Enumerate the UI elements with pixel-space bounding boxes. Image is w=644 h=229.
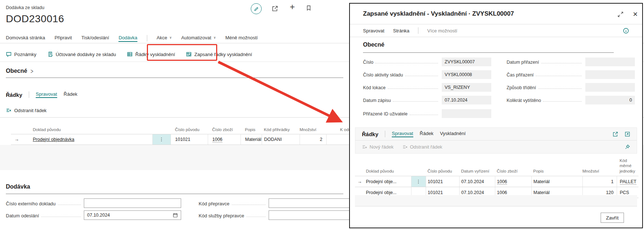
current-row-arrow: → [11, 134, 23, 145]
cell-mnozstvi[interactable]: 1 [582, 176, 617, 187]
expand-part-icon[interactable] [625, 131, 630, 137]
tab-tisk-odeslani[interactable]: Tisk/odeslání [81, 35, 109, 42]
dialog-menu-spravovat[interactable]: Spravovat [363, 28, 385, 33]
caption-divider [385, 131, 385, 137]
tab-dodavka[interactable]: Dodávka [118, 35, 137, 42]
close-button[interactable]: Zavřít [601, 213, 624, 223]
section-underline [6, 194, 343, 194]
dialog-command-bar: Spravovat Stránka Více možností [350, 24, 642, 37]
cell-cislo-zbozi[interactable]: 1006 [495, 176, 531, 187]
col-popis[interactable]: Popis [241, 123, 262, 134]
tab-domovska-stranka[interactable]: Domovská stránka [6, 35, 45, 42]
dialog-lines-caption-row: Řádky Spravovat Řádek Vyskladnění [355, 127, 637, 141]
lokace-field[interactable]: VS_RIZENY [442, 83, 491, 92]
tab-spravovat[interactable]: Spravovat [36, 91, 57, 98]
shipping-agent-label-row: Kód přepravce [199, 198, 268, 208]
tab-radek[interactable]: Řádek [420, 131, 434, 137]
tab-spravovat[interactable]: Spravovat [392, 131, 413, 137]
col-cislo-zbozi[interactable]: Číslo zboží [208, 123, 241, 134]
cell-cislo-zbozi[interactable]: 1006 [208, 134, 241, 145]
pin-icon[interactable] [625, 144, 630, 150]
col-cislo-zbozi[interactable]: Číslo zboží [495, 158, 531, 176]
annotation-highlight-box [147, 44, 217, 61]
share-icon[interactable] [272, 5, 278, 12]
new-line-icon [362, 144, 367, 150]
cell-datum-vyrizeni[interactable]: 07.10.2024 [459, 176, 495, 187]
lines-caption: Řádky [362, 131, 378, 137]
dialog-lines-part: Řádky Spravovat Řádek Vyskladnění Nový ř… [355, 127, 637, 154]
tab-vyskladneni[interactable]: Vyskladnění [440, 131, 465, 137]
cislo-field[interactable]: ZVYSKL00007 [442, 58, 491, 66]
col-kod-prihradky[interactable]: Kód přihrádky [262, 123, 300, 134]
cas-prirazeni-label: Čas přiřazení [507, 70, 584, 79]
tab-radek[interactable]: Řádek [64, 91, 78, 98]
cas-prirazeni-field[interactable] [585, 70, 635, 79]
delete-line-button[interactable]: Odstranit řádek [402, 144, 442, 150]
col-mnozstvi[interactable]: Množství [582, 158, 617, 176]
datum-prirazeni-field[interactable] [585, 58, 635, 66]
col-cislo-puvodu[interactable]: Číslo původu [171, 123, 208, 134]
ribbon-divider [147, 35, 147, 42]
edit-pencil-icon[interactable] [251, 3, 262, 14]
col-datum-vyrizeni[interactable]: Datum vyřízení [459, 158, 495, 176]
notes-button[interactable]: Poznámky [6, 51, 36, 57]
ext-doc-input[interactable] [84, 198, 181, 208]
calendar-icon[interactable] [173, 213, 178, 218]
cell-popis[interactable]: Materiál [241, 134, 262, 145]
col-doklad-puvodu[interactable]: Doklad původu [364, 158, 411, 176]
cell-mnozstvi[interactable]: 2 [300, 134, 326, 145]
cislo-label: Číslo [363, 58, 440, 66]
share-part-icon[interactable] [613, 131, 618, 137]
dialog-menu-vice-moznosti[interactable]: Více možností [427, 28, 457, 33]
caption-divider [29, 91, 29, 98]
col-kod-merne-jednotky[interactable]: Kód měrné jednotky [617, 158, 639, 176]
aktivita-field[interactable]: VYSKL00008 [442, 70, 491, 79]
col-cislo-puvodu[interactable]: Číslo původu [426, 158, 459, 176]
chevron-right-icon: > [31, 67, 34, 75]
cell-kod-prihradky[interactable]: DODANI [262, 134, 300, 145]
ship-date-input[interactable]: 07.10.2024 [84, 210, 181, 220]
section-dodavka-header[interactable]: Dodávka [6, 183, 30, 190]
posted-shipments-button[interactable]: Účtované dodávky ze skladu [47, 51, 116, 57]
tab-automatizovat[interactable]: Automatizovat∨ [181, 35, 216, 42]
menu-divider [418, 27, 418, 34]
datum-zapisu-label: Datum zápisu [363, 96, 440, 104]
tab-mene-moznosti[interactable]: Méně možností [225, 35, 258, 42]
cell-kod-merne-jednotky[interactable]: PALLET [617, 176, 639, 187]
delete-line-icon [402, 144, 408, 150]
zpusob-trideni-label: Způsob třídění [507, 83, 584, 92]
col-doklad-puvodu[interactable]: Doklad původu [23, 123, 152, 134]
breadcrumb[interactable]: Dodávka ze skladu [6, 5, 44, 10]
comment-icon [6, 51, 12, 57]
dialog-section-obecne: Obecné [363, 42, 385, 48]
tab-akce[interactable]: Akce∨ [157, 35, 172, 42]
datum-zapisu-field[interactable]: 07.10.2024 [442, 96, 491, 104]
expand-dialog-icon[interactable] [617, 11, 624, 17]
add-icon[interactable]: + [290, 3, 295, 11]
kolikrat-label: Kolikrát vytištěno [507, 96, 584, 104]
zpusob-trideni-field[interactable] [585, 83, 635, 92]
cell-cislo-puvodu[interactable]: 101021 [426, 176, 459, 187]
delete-line-button[interactable]: Odstranit řádek [6, 107, 47, 113]
new-line-button[interactable]: Nový řádek [362, 144, 394, 150]
kolikrat-field[interactable]: 0 [585, 96, 635, 104]
bookmark-icon[interactable] [306, 5, 312, 11]
tab-pripravit[interactable]: Připravit [55, 35, 72, 42]
dialog-menu-stranka[interactable]: Stránka [393, 28, 410, 33]
agent-service-label-row: Kód služby přepravce [199, 210, 268, 220]
prirazene-id-field[interactable] [442, 109, 491, 118]
close-dialog-icon[interactable]: ✕ [633, 11, 638, 18]
chevron-down-icon: ∨ [169, 36, 172, 39]
cell-doklad-puvodu[interactable]: Prodejní obje... [364, 176, 411, 187]
cell-popis[interactable]: Materiál [531, 176, 582, 187]
dialog-title: Zapsané vyskladnění - Vyskladnění · ZVYS… [363, 10, 514, 17]
row-ellipsis-menu[interactable]: ⋮ [411, 176, 426, 187]
prirazene-id-label: Přiřazené ID uživatele [363, 109, 440, 118]
row-ellipsis-menu[interactable]: ⋮ [152, 134, 171, 145]
col-mnozstvi[interactable]: Množství [300, 123, 326, 134]
cell-doklad-puvodu[interactable]: Prodejní objednávka [23, 134, 152, 145]
cell-cislo-puvodu[interactable]: 101021 [171, 134, 208, 145]
col-popis[interactable]: Popis [531, 158, 582, 176]
section-obecne-header[interactable]: Obecné > [6, 68, 33, 74]
info-icon[interactable] [623, 28, 629, 34]
